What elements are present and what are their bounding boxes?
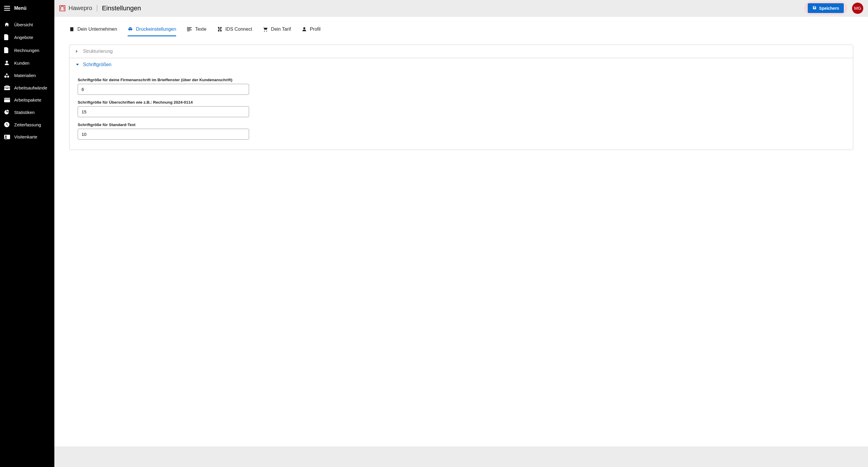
tab-texts[interactable]: Texte	[187, 24, 206, 36]
sidebar-item-label: Zeiterfassung	[14, 122, 41, 127]
sidebar-item-label: Übersicht	[14, 22, 33, 27]
accordion-title: Schriftgrößen	[83, 62, 112, 67]
menu-label: Menü	[14, 6, 27, 11]
stack-icon	[4, 98, 10, 102]
field-company-font-size: Schriftgröße für deine Firmenanschrift i…	[78, 78, 845, 95]
clock-icon	[4, 122, 10, 127]
tab-tariff[interactable]: Dein Tarif	[262, 24, 291, 36]
sidebar-item-invoices[interactable]: Rechnungen	[0, 44, 54, 57]
sidebar-item-customers[interactable]: Kunden	[0, 57, 54, 69]
sidebar-item-offers[interactable]: Angebote	[0, 31, 54, 44]
sidebar-item-label: Kunden	[14, 61, 30, 66]
print-icon	[128, 27, 133, 32]
brand-name: Hawepro	[68, 5, 92, 11]
pie-chart-icon	[4, 109, 10, 115]
building-icon	[69, 27, 74, 32]
id-card-icon	[4, 135, 10, 139]
save-highlight: Speichern	[804, 1, 847, 15]
tab-ids-connect[interactable]: IDS Connect	[217, 24, 252, 36]
sidebar-item-label: Rechnungen	[14, 48, 39, 53]
print-settings-panel: Strukturierung Schriftgrößen Schriftgröß…	[69, 44, 853, 150]
person-icon	[4, 60, 10, 66]
shapes-icon	[4, 73, 10, 78]
footer-space	[54, 447, 868, 467]
sidebar-item-label: Angebote	[14, 35, 33, 40]
home-icon	[4, 22, 10, 27]
sidebar-item-timetracking[interactable]: Zeiterfassung	[0, 119, 54, 131]
save-button-label: Speichern	[819, 6, 839, 11]
sidebar-item-businesscard[interactable]: Visitenkarte	[0, 131, 54, 143]
accordion-body: Schriftgröße für deine Firmenanschrift i…	[69, 71, 853, 150]
document-icon	[4, 34, 10, 40]
sidebar-item-label: Arbeitsaufwände	[14, 85, 47, 90]
chevron-down-icon	[76, 64, 79, 67]
content: Dein Unternehmen Druckeinstellungen Text…	[54, 16, 868, 447]
text-lines-icon	[187, 27, 192, 32]
main: Hawepro Einstellungen Speichern MG Dein …	[54, 0, 868, 467]
sidebar-item-overview[interactable]: Übersicht	[0, 18, 54, 31]
settings-tabs: Dein Unternehmen Druckeinstellungen Text…	[69, 24, 853, 36]
tab-label: Profil	[310, 27, 320, 32]
tab-label: Texte	[195, 27, 206, 32]
chevron-right-icon	[76, 50, 79, 53]
tab-label: Dein Unternehmen	[78, 27, 117, 32]
heading-font-size-input[interactable]	[78, 106, 249, 117]
accordion-title: Strukturierung	[83, 49, 113, 54]
sidebar-item-label: Visitenkarte	[14, 134, 37, 139]
field-label: Schriftgröße für Standard-Text	[78, 123, 845, 127]
invoice-icon	[4, 47, 10, 53]
sidebar-item-statistics[interactable]: Statistiken	[0, 106, 54, 119]
accordion-font-sizes[interactable]: Schriftgrößen	[69, 58, 853, 71]
page-title: Einstellungen	[102, 4, 141, 12]
toolbox-icon	[4, 85, 10, 90]
avatar[interactable]: MG	[852, 3, 863, 14]
brand-logo-icon	[59, 5, 66, 11]
standard-font-size-input[interactable]	[78, 129, 249, 140]
sidebar-item-label: Materialien	[14, 73, 36, 78]
sidebar-item-label: Statistiken	[14, 110, 35, 115]
tab-label: IDS Connect	[225, 27, 252, 32]
cart-icon	[262, 27, 268, 32]
connect-icon	[217, 27, 222, 32]
field-label: Schriftgröße für Überschriften wie z.B.:…	[78, 100, 845, 104]
field-label: Schriftgröße für deine Firmenanschrift i…	[78, 78, 845, 82]
sidebar-item-labor[interactable]: Arbeitsaufwände	[0, 81, 54, 94]
menu-toggle[interactable]: Menü	[0, 0, 54, 16]
company-font-size-input[interactable]	[78, 84, 249, 95]
sidebar: Menü Übersicht Angebote Rechnungen Kunde…	[0, 0, 54, 467]
sidebar-item-workpackages[interactable]: Arbeitspakete	[0, 94, 54, 106]
field-heading-font-size: Schriftgröße für Überschriften wie z.B.:…	[78, 100, 845, 117]
sidebar-item-materials[interactable]: Materialien	[0, 69, 54, 81]
sidebar-item-label: Arbeitspakete	[14, 97, 41, 102]
save-button[interactable]: Speichern	[808, 3, 844, 13]
save-floppy-icon	[812, 6, 816, 11]
sidebar-items: Übersicht Angebote Rechnungen Kunden Mat…	[0, 16, 54, 143]
field-standard-font-size: Schriftgröße für Standard-Text	[78, 123, 845, 140]
tab-print-settings[interactable]: Druckeinstellungen	[128, 24, 176, 36]
tab-label: Druckeinstellungen	[136, 27, 176, 32]
tab-profile[interactable]: Profil	[302, 24, 320, 36]
topbar: Hawepro Einstellungen Speichern MG	[54, 0, 868, 16]
accordion-structuring[interactable]: Strukturierung	[69, 45, 853, 58]
hamburger-icon	[4, 6, 10, 11]
tab-label: Dein Tarif	[271, 27, 291, 32]
person-icon	[302, 27, 307, 32]
tab-company[interactable]: Dein Unternehmen	[69, 24, 117, 36]
